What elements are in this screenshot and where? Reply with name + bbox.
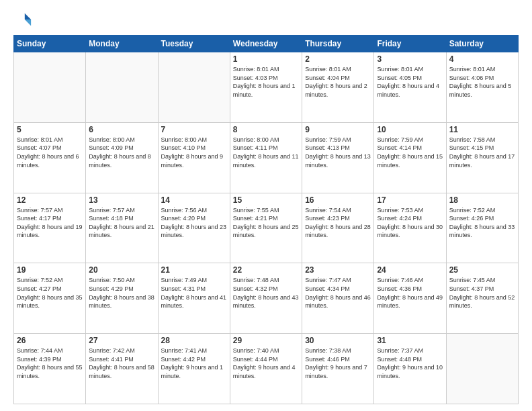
day-number: 18: [449, 195, 515, 205]
header: [13, 11, 519, 30]
day-number: 13: [89, 195, 154, 205]
calendar-cell: 29Sunrise: 7:40 AM Sunset: 4:44 PM Dayli…: [230, 334, 302, 404]
calendar-cell: [158, 52, 230, 123]
day-number: 8: [233, 125, 299, 134]
calendar-cell: [86, 52, 158, 123]
day-info: Sunrise: 8:00 AM Sunset: 4:09 PM Dayligh…: [89, 136, 154, 169]
day-info: Sunrise: 7:47 AM Sunset: 4:34 PM Dayligh…: [305, 276, 371, 310]
calendar-cell: [446, 334, 518, 404]
calendar-cell: 2Sunrise: 8:01 AM Sunset: 4:04 PM Daylig…: [302, 52, 374, 123]
calendar-cell: 5Sunrise: 8:01 AM Sunset: 4:07 PM Daylig…: [14, 122, 86, 193]
day-info: Sunrise: 7:50 AM Sunset: 4:29 PM Dayligh…: [89, 276, 154, 310]
day-header-sunday: Sunday: [14, 36, 86, 52]
svg-marker-1: [25, 19, 31, 26]
day-number: 16: [305, 195, 371, 205]
calendar-header-row: SundayMondayTuesdayWednesdayThursdayFrid…: [14, 36, 519, 52]
day-info: Sunrise: 8:01 AM Sunset: 4:03 PM Dayligh…: [233, 65, 299, 99]
day-number: 12: [17, 195, 83, 205]
day-number: 31: [377, 336, 443, 345]
day-number: 27: [89, 336, 154, 345]
calendar-week-2: 5Sunrise: 8:01 AM Sunset: 4:07 PM Daylig…: [14, 122, 519, 193]
day-info: Sunrise: 7:37 AM Sunset: 4:48 PM Dayligh…: [377, 347, 443, 380]
calendar-week-4: 19Sunrise: 7:52 AM Sunset: 4:27 PM Dayli…: [14, 263, 519, 334]
day-info: Sunrise: 7:58 AM Sunset: 4:15 PM Dayligh…: [449, 136, 515, 169]
day-header-friday: Friday: [374, 36, 446, 52]
day-number: 17: [377, 195, 443, 205]
day-number: 14: [161, 195, 227, 205]
day-info: Sunrise: 7:59 AM Sunset: 4:14 PM Dayligh…: [377, 136, 443, 169]
calendar-cell: 12Sunrise: 7:57 AM Sunset: 4:17 PM Dayli…: [14, 193, 86, 263]
calendar-week-3: 12Sunrise: 7:57 AM Sunset: 4:17 PM Dayli…: [14, 193, 519, 263]
calendar-cell: 9Sunrise: 7:59 AM Sunset: 4:13 PM Daylig…: [302, 122, 374, 193]
day-number: 3: [377, 54, 443, 64]
page: SundayMondayTuesdayWednesdayThursdayFrid…: [0, 0, 532, 411]
logo: [13, 11, 35, 30]
calendar-cell: 24Sunrise: 7:46 AM Sunset: 4:36 PM Dayli…: [374, 263, 446, 334]
calendar-cell: 4Sunrise: 8:01 AM Sunset: 4:06 PM Daylig…: [446, 52, 518, 123]
day-info: Sunrise: 7:56 AM Sunset: 4:20 PM Dayligh…: [161, 206, 227, 240]
calendar-cell: 6Sunrise: 8:00 AM Sunset: 4:09 PM Daylig…: [86, 122, 158, 193]
day-info: Sunrise: 8:01 AM Sunset: 4:04 PM Dayligh…: [305, 65, 371, 99]
day-number: 23: [305, 265, 371, 275]
calendar-cell: 17Sunrise: 7:53 AM Sunset: 4:24 PM Dayli…: [374, 193, 446, 263]
day-info: Sunrise: 7:38 AM Sunset: 4:46 PM Dayligh…: [305, 347, 371, 380]
calendar-cell: 19Sunrise: 7:52 AM Sunset: 4:27 PM Dayli…: [14, 263, 86, 334]
calendar-cell: 7Sunrise: 8:00 AM Sunset: 4:10 PM Daylig…: [158, 122, 230, 193]
calendar-cell: 16Sunrise: 7:54 AM Sunset: 4:23 PM Dayli…: [302, 193, 374, 263]
calendar-week-1: 1Sunrise: 8:01 AM Sunset: 4:03 PM Daylig…: [14, 52, 519, 123]
day-info: Sunrise: 7:55 AM Sunset: 4:21 PM Dayligh…: [233, 206, 299, 240]
day-number: 30: [305, 336, 371, 345]
calendar-cell: 26Sunrise: 7:44 AM Sunset: 4:39 PM Dayli…: [14, 334, 86, 404]
day-header-thursday: Thursday: [302, 36, 374, 52]
day-header-monday: Monday: [86, 36, 158, 52]
calendar-cell: 25Sunrise: 7:45 AM Sunset: 4:37 PM Dayli…: [446, 263, 518, 334]
day-info: Sunrise: 8:01 AM Sunset: 4:05 PM Dayligh…: [377, 65, 443, 99]
day-number: 15: [233, 195, 299, 205]
svg-marker-0: [25, 13, 31, 19]
day-number: 24: [377, 265, 443, 275]
day-info: Sunrise: 7:52 AM Sunset: 4:26 PM Dayligh…: [449, 206, 515, 240]
calendar-cell: 11Sunrise: 7:58 AM Sunset: 4:15 PM Dayli…: [446, 122, 518, 193]
day-number: 29: [233, 336, 299, 345]
day-info: Sunrise: 7:49 AM Sunset: 4:31 PM Dayligh…: [161, 276, 227, 310]
day-info: Sunrise: 8:00 AM Sunset: 4:10 PM Dayligh…: [161, 136, 227, 169]
calendar-cell: 1Sunrise: 8:01 AM Sunset: 4:03 PM Daylig…: [230, 52, 302, 123]
day-info: Sunrise: 8:01 AM Sunset: 4:07 PM Dayligh…: [17, 136, 83, 169]
day-info: Sunrise: 7:52 AM Sunset: 4:27 PM Dayligh…: [17, 276, 83, 310]
calendar-cell: 14Sunrise: 7:56 AM Sunset: 4:20 PM Dayli…: [158, 193, 230, 263]
calendar-cell: 3Sunrise: 8:01 AM Sunset: 4:05 PM Daylig…: [374, 52, 446, 123]
day-info: Sunrise: 8:01 AM Sunset: 4:06 PM Dayligh…: [449, 65, 515, 99]
calendar-cell: [14, 52, 86, 123]
calendar-cell: 30Sunrise: 7:38 AM Sunset: 4:46 PM Dayli…: [302, 334, 374, 404]
calendar-cell: 20Sunrise: 7:50 AM Sunset: 4:29 PM Dayli…: [86, 263, 158, 334]
day-number: 20: [89, 265, 154, 275]
calendar-cell: 27Sunrise: 7:42 AM Sunset: 4:41 PM Dayli…: [86, 334, 158, 404]
day-info: Sunrise: 7:46 AM Sunset: 4:36 PM Dayligh…: [377, 276, 443, 310]
calendar-cell: 18Sunrise: 7:52 AM Sunset: 4:26 PM Dayli…: [446, 193, 518, 263]
day-number: 7: [161, 125, 227, 134]
day-number: 6: [89, 125, 154, 134]
calendar-week-5: 26Sunrise: 7:44 AM Sunset: 4:39 PM Dayli…: [14, 334, 519, 404]
day-number: 10: [377, 125, 443, 134]
day-number: 25: [449, 265, 515, 275]
day-info: Sunrise: 7:53 AM Sunset: 4:24 PM Dayligh…: [377, 206, 443, 240]
day-info: Sunrise: 7:57 AM Sunset: 4:17 PM Dayligh…: [17, 206, 83, 240]
calendar-cell: 13Sunrise: 7:57 AM Sunset: 4:18 PM Dayli…: [86, 193, 158, 263]
calendar-cell: 22Sunrise: 7:48 AM Sunset: 4:32 PM Dayli…: [230, 263, 302, 334]
day-number: 22: [233, 265, 299, 275]
day-info: Sunrise: 7:44 AM Sunset: 4:39 PM Dayligh…: [17, 347, 83, 380]
day-info: Sunrise: 7:57 AM Sunset: 4:18 PM Dayligh…: [89, 206, 154, 240]
day-info: Sunrise: 7:48 AM Sunset: 4:32 PM Dayligh…: [233, 276, 299, 310]
calendar-cell: 15Sunrise: 7:55 AM Sunset: 4:21 PM Dayli…: [230, 193, 302, 263]
day-info: Sunrise: 7:41 AM Sunset: 4:42 PM Dayligh…: [161, 347, 227, 380]
day-number: 26: [17, 336, 83, 345]
calendar-cell: 23Sunrise: 7:47 AM Sunset: 4:34 PM Dayli…: [302, 263, 374, 334]
day-header-saturday: Saturday: [446, 36, 518, 52]
calendar-table: SundayMondayTuesdayWednesdayThursdayFrid…: [13, 35, 519, 404]
calendar-cell: 28Sunrise: 7:41 AM Sunset: 4:42 PM Dayli…: [158, 334, 230, 404]
day-number: 1: [233, 54, 299, 64]
day-number: 9: [305, 125, 371, 134]
day-header-tuesday: Tuesday: [158, 36, 230, 52]
day-info: Sunrise: 7:54 AM Sunset: 4:23 PM Dayligh…: [305, 206, 371, 240]
calendar-cell: 8Sunrise: 8:00 AM Sunset: 4:11 PM Daylig…: [230, 122, 302, 193]
